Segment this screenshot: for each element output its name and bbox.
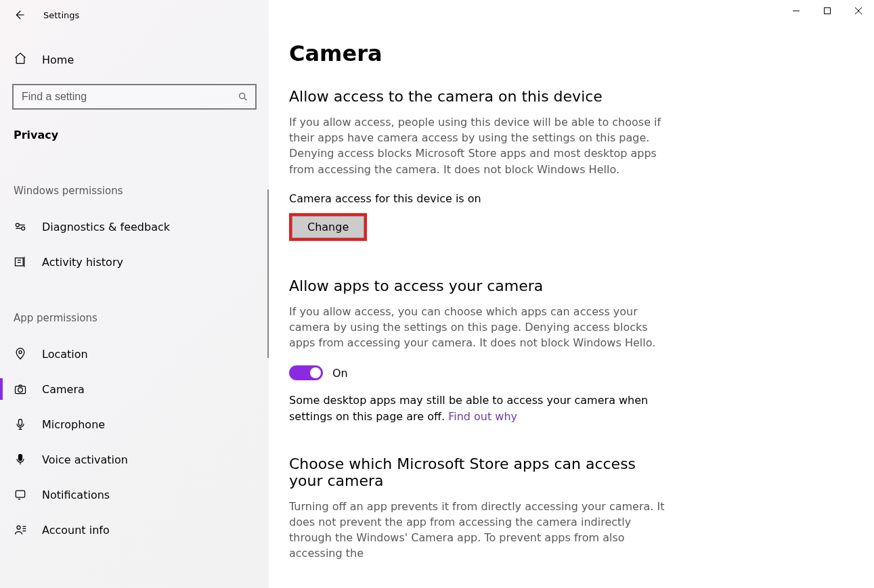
sidebar-item-label: Location [42, 348, 88, 361]
svg-point-3 [16, 223, 19, 227]
sidebar-item-label: Account info [42, 524, 110, 537]
change-button-highlight: Change [289, 213, 367, 241]
activity-history-icon [14, 255, 27, 269]
desktop-apps-note: Some desktop apps may still be able to a… [289, 392, 668, 424]
sidebar-item-home[interactable]: Home [0, 30, 269, 68]
group-header-app-permissions: App permissions [0, 279, 269, 330]
section-heading-allow-device: Allow access to the camera on this devic… [289, 88, 847, 105]
microphone-icon [14, 417, 27, 431]
sidebar-item-microphone[interactable]: Microphone [0, 407, 269, 442]
diagnostics-icon [14, 220, 27, 233]
sidebar-item-diagnostics[interactable]: Diagnostics & feedback [0, 209, 269, 244]
change-button[interactable]: Change [292, 216, 364, 238]
camera-icon [14, 382, 27, 396]
search-wrap [12, 84, 257, 110]
minimize-button[interactable] [781, 0, 812, 22]
sidebar-item-voice-activation[interactable]: Voice activation [0, 442, 269, 477]
section-body-allow-device: If you allow access, people using this d… [289, 114, 668, 177]
search-box[interactable] [12, 84, 257, 110]
svg-point-1 [240, 93, 245, 99]
sidebar-item-label: Notifications [42, 489, 110, 501]
app-title: Settings [43, 10, 79, 20]
allow-apps-toggle-label: On [332, 367, 348, 380]
main-content: Camera Allow access to the camera on thi… [269, 0, 874, 588]
sidebar-item-label: Activity history [42, 256, 123, 269]
svg-point-4 [22, 227, 25, 230]
sidebar-item-camera[interactable]: Camera [0, 371, 269, 407]
sidebar-item-label: Microphone [42, 418, 105, 431]
sidebar-item-label: Camera [42, 383, 85, 396]
account-icon [14, 523, 27, 537]
close-button[interactable] [843, 0, 874, 22]
window-controls [781, 0, 874, 22]
page-title: Camera [289, 41, 847, 66]
search-icon [238, 91, 248, 102]
notifications-icon [14, 488, 27, 501]
find-out-why-link[interactable]: Find out why [448, 410, 517, 423]
settings-window: Settings Home Privacy Windows per [0, 0, 874, 588]
search-input[interactable] [20, 90, 238, 104]
current-section-label: Privacy [0, 110, 269, 141]
svg-point-11 [18, 388, 23, 392]
camera-access-status: Camera access for this device is on [289, 192, 847, 205]
sidebar-item-label: Diagnostics & feedback [42, 221, 170, 233]
voice-icon [14, 453, 27, 466]
home-icon [14, 51, 27, 68]
sidebar-item-label: Voice activation [42, 453, 128, 466]
svg-rect-5 [16, 258, 24, 266]
location-icon [14, 347, 27, 361]
back-button[interactable] [12, 8, 26, 22]
nav-list-windows-permissions: Diagnostics & feedback Activity history [0, 202, 269, 279]
allow-apps-toggle-row: On [289, 365, 847, 380]
nav-list-app-permissions: Location Camera Micropho [0, 330, 269, 547]
allow-apps-toggle[interactable] [289, 365, 323, 380]
section-heading-choose-apps: Choose which Microsoft Store apps can ac… [289, 455, 668, 489]
svg-rect-12 [19, 420, 22, 426]
titlebar: Settings [0, 0, 269, 30]
svg-point-9 [19, 350, 22, 353]
svg-point-18 [17, 526, 20, 529]
sidebar: Settings Home Privacy Windows per [0, 0, 269, 588]
section-body-choose-apps: Turning off an app prevents it from dire… [289, 499, 668, 562]
group-header-windows-permissions: Windows permissions [0, 141, 269, 202]
section-heading-allow-apps: Allow apps to access your camera [289, 277, 847, 294]
svg-rect-23 [825, 8, 831, 14]
sidebar-item-location[interactable]: Location [0, 336, 269, 371]
sidebar-item-activity-history[interactable]: Activity history [0, 244, 269, 279]
sidebar-item-account-info[interactable]: Account info [0, 512, 269, 547]
svg-line-2 [244, 98, 246, 100]
home-label: Home [42, 53, 74, 66]
svg-rect-17 [16, 491, 24, 497]
svg-rect-15 [19, 455, 22, 461]
sidebar-item-notifications[interactable]: Notifications [0, 477, 269, 512]
maximize-button[interactable] [812, 0, 843, 22]
section-body-allow-apps: If you allow access, you can choose whic… [289, 304, 668, 351]
